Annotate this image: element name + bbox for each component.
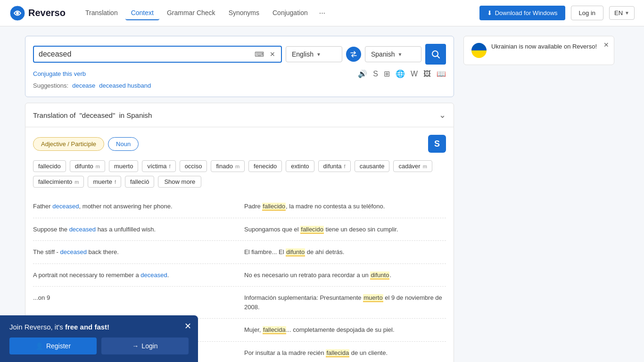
join-banner: ✕ Join Reverso, it's free and fast! 👤 Re…: [0, 315, 198, 362]
swap-languages-button[interactable]: [346, 47, 361, 62]
example-en: Father deceased, mother not answering he…: [33, 202, 235, 211]
tag-muerto[interactable]: muerto: [109, 160, 138, 172]
language-selector[interactable]: EN ▼: [609, 6, 635, 20]
suggestions-label: Suggestions:: [33, 82, 68, 89]
svg-line-3: [438, 56, 440, 58]
highlight-deceased-1: deceased: [52, 203, 79, 210]
login-banner-button[interactable]: → Login: [101, 337, 189, 354]
tag-causante[interactable]: causante: [355, 160, 390, 172]
nav-synonyms[interactable]: Synonyms: [223, 6, 265, 20]
tag-difunto[interactable]: difuntom: [70, 160, 105, 172]
tag-fallecido[interactable]: fallecido: [33, 160, 66, 172]
tag-difunta[interactable]: difuntaf: [318, 160, 351, 172]
notification-close-button[interactable]: ✕: [603, 41, 609, 49]
example-es: Información suplementaria: Presuntamente…: [244, 293, 446, 312]
swap-icon: [350, 50, 357, 58]
tag-fallecimiento[interactable]: fallecimientom: [33, 176, 84, 188]
suggestion-deceased-husband[interactable]: deceased husband: [99, 82, 151, 89]
flag-yellow-half: [471, 50, 487, 58]
show-more-button[interactable]: Show more: [158, 176, 201, 188]
nav-translation[interactable]: Translation: [80, 6, 124, 20]
navbar: Reverso Translation Context Grammar Chec…: [0, 0, 644, 26]
join-banner-close-button[interactable]: ✕: [184, 321, 191, 331]
download-button[interactable]: ⬇ Download for Windows: [479, 6, 565, 20]
example-es: El fiambre... El difunto de ahí detrás.: [244, 247, 446, 257]
sidebar: Ukrainian is now available on Reverso! ✕: [463, 36, 614, 362]
tag-finado[interactable]: finadom: [211, 160, 245, 172]
suggestion-decease[interactable]: decease: [72, 82, 95, 89]
example-row: A portrait not necessary to remember a d…: [33, 264, 446, 287]
lang-label: EN: [614, 9, 623, 16]
flag-blue-half: [471, 43, 487, 50]
tag-occiso[interactable]: occiso: [180, 160, 207, 172]
nav-context[interactable]: Context: [125, 6, 159, 20]
navbar-right: ⬇ Download for Windows Log in EN ▼: [479, 6, 635, 20]
image-icon[interactable]: 🖼: [423, 70, 431, 78]
search-button[interactable]: [425, 44, 446, 65]
target-lang-chevron-icon: ▼: [398, 52, 403, 57]
example-en: Suppose the deceased has a unfulfilled w…: [33, 225, 235, 234]
tag-victima[interactable]: víctimaf: [142, 160, 175, 172]
highlight-difunto-1: difunto: [286, 248, 305, 256]
skype-icon[interactable]: S: [373, 70, 378, 78]
web-icon[interactable]: 🌐: [396, 69, 405, 78]
example-es: Supongamos que el fallecido tiene un des…: [244, 225, 446, 234]
login-label: Login: [141, 342, 157, 350]
tag-muerte[interactable]: muertef: [88, 176, 121, 188]
speaker-icon[interactable]: 🔊: [358, 69, 367, 78]
highlight-fallecido-1: fallecido: [262, 203, 286, 211]
ukraine-notification: Ukrainian is now available on Reverso! ✕: [463, 36, 614, 65]
input-icons: ⌨ ✕: [254, 49, 276, 59]
download-icon: ⬇: [487, 9, 492, 16]
target-lang-dropdown[interactable]: Spanish ▼: [365, 46, 421, 62]
example-es: Por insultar a la madre recién fallecida…: [244, 348, 446, 358]
search-icon: [431, 49, 440, 59]
source-lang-label: English: [292, 50, 314, 58]
highlight-deceased-2: deceased: [69, 226, 96, 233]
collapse-result-button[interactable]: ⌄: [439, 110, 446, 120]
tag-extinto[interactable]: extinto: [286, 160, 314, 172]
login-button[interactable]: Log in: [571, 6, 603, 20]
result-title: Translation of "deceased" in Spanish: [33, 111, 152, 119]
tab-noun[interactable]: Noun: [108, 137, 139, 151]
example-en: The stiff - deceased back there.: [33, 247, 235, 257]
notification-text: Ukrainian is now available on Reverso!: [491, 43, 597, 50]
svg-point-1: [16, 12, 19, 15]
source-lang-dropdown[interactable]: English ▼: [286, 46, 342, 62]
example-es: No es necesario un retrato para recordar…: [244, 271, 446, 280]
conjugate-link[interactable]: Conjugate this verb: [33, 70, 86, 77]
wikipedia-icon[interactable]: W: [411, 70, 418, 78]
example-row: Father deceased, mother not answering he…: [33, 195, 446, 218]
translation-tags-row2: fallecimientom muertef falleció Show mor…: [33, 176, 446, 188]
register-icon: 👤: [35, 342, 43, 350]
tag-fenecido[interactable]: fenecido: [248, 160, 282, 172]
example-row: Suppose the deceased has a unfulfilled w…: [33, 218, 446, 241]
tab-adjective-participle[interactable]: Adjective / Participle: [33, 137, 104, 151]
nav-more-button[interactable]: ···: [315, 6, 329, 20]
example-es: Mujer, fallecida... completamente despoj…: [244, 325, 446, 335]
highlight-fallecida-1: fallecida: [263, 326, 286, 334]
tag-fallecio[interactable]: falleció: [125, 176, 154, 188]
tag-cadaver[interactable]: cadáverm: [393, 160, 432, 172]
clear-input-button[interactable]: ✕: [269, 49, 276, 59]
example-es: Padre fallecido, la madre no contesta a …: [244, 202, 446, 211]
skype-translate-button[interactable]: S: [428, 135, 446, 153]
example-row: ...on 9 Información suplementaria: Presu…: [33, 287, 446, 319]
search-input-wrapper: ⌨ ✕: [33, 46, 282, 63]
keyboard-icon-button[interactable]: ⌨: [254, 49, 265, 59]
target-lang-label: Spanish: [371, 50, 395, 58]
example-row: The stiff - deceased back there. El fiam…: [33, 241, 446, 264]
suggestions-row: Suggestions: decease deceased husband: [33, 82, 446, 89]
result-header: Translation of "deceased" in Spanish ⌄: [25, 103, 454, 127]
logo[interactable]: Reverso: [9, 5, 66, 21]
join-banner-buttons: 👤 Register → Login: [9, 337, 189, 354]
tool-icons: 🔊 S ⊞ 🌐 W 🖼 📖: [358, 69, 446, 78]
book-icon[interactable]: 📖: [437, 69, 446, 78]
nav-conjugation[interactable]: Conjugation: [267, 6, 314, 20]
nav-grammar-check[interactable]: Grammar Check: [161, 6, 221, 20]
register-label: Register: [46, 342, 71, 350]
register-button[interactable]: 👤 Register: [9, 337, 97, 354]
grid-icon[interactable]: ⊞: [384, 69, 390, 78]
search-input[interactable]: [39, 50, 254, 58]
source-lang-chevron-icon: ▼: [316, 52, 321, 57]
